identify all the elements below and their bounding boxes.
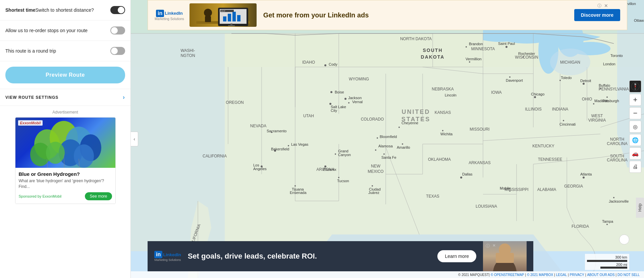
- svg-text:Toledo: Toledo: [561, 76, 572, 80]
- svg-text:Mobile: Mobile: [500, 186, 511, 190]
- svg-text:Phoenix: Phoenix: [323, 167, 336, 171]
- toggle-shortest-time[interactable]: [110, 6, 125, 14]
- privacy-link[interactable]: PRIVACY: [570, 273, 584, 277]
- print-button[interactable]: 🖨: [629, 161, 641, 173]
- svg-point-159: [523, 56, 524, 58]
- ad-cta-button[interactable]: See more: [85, 192, 112, 200]
- svg-point-134: [375, 149, 376, 151]
- svg-text:Detroit: Detroit: [580, 79, 591, 83]
- svg-rect-189: [205, 16, 211, 22]
- svg-point-157: [505, 46, 507, 48]
- map-area[interactable]: OREGON IDAHO WYOMING NEVADA UTAH COLORAD…: [131, 0, 644, 278]
- bottom-ad-close-icon[interactable]: ✕: [492, 243, 496, 248]
- svg-text:VIRGINIA: VIRGINIA: [588, 118, 606, 123]
- svg-text:Chicago: Chicago: [531, 92, 544, 96]
- bottom-ad-info-icon[interactable]: ⓘ: [486, 243, 490, 249]
- collapse-panel-handle[interactable]: ‹: [131, 132, 138, 146]
- zoom-out-button[interactable]: −: [629, 107, 641, 119]
- ad-footer: Sponsored by ExxonMobil See more: [19, 192, 112, 200]
- copyright-mapquest: © 2021 MAPQUEST: [458, 273, 489, 277]
- svg-text:NGTON: NGTON: [180, 53, 195, 58]
- svg-text:Bakersfield: Bakersfield: [271, 147, 289, 151]
- help-button[interactable]: Help: [636, 198, 644, 218]
- toggle-knob: [111, 48, 118, 54]
- scale-bar: 300 km 200 mi: [585, 254, 629, 270]
- zoom-in-button[interactable]: +: [629, 94, 641, 106]
- svg-rect-193: [228, 14, 231, 21]
- svg-text:Jackson: Jackson: [348, 96, 362, 100]
- svg-text:OREGON: OREGON: [226, 100, 244, 105]
- bottom-ad-learn-button[interactable]: Learn more: [437, 250, 476, 262]
- toggle-knob: [111, 27, 118, 34]
- top-linkedin-ad: in LinkedIn Marketing Solutions: [148, 0, 627, 30]
- do-not-sell-link[interactable]: DO NOT SELL: [618, 273, 640, 277]
- svg-point-179: [583, 177, 585, 179]
- toggle-reorder[interactable]: [110, 26, 125, 34]
- svg-text:WYOMING: WYOMING: [349, 77, 369, 81]
- svg-text:Cincinnati: Cincinnati: [559, 122, 576, 126]
- svg-text:N: N: [634, 83, 636, 85]
- ad-image: ExxonMobil: [15, 118, 115, 168]
- top-ad-info-icon[interactable]: ⓘ: [597, 3, 601, 9]
- svg-text:WASHI-: WASHI-: [181, 48, 195, 53]
- top-ad-subtext: Marketing Solutions: [155, 17, 184, 21]
- about-ads-link[interactable]: ABOUT OUR ADS: [587, 273, 614, 277]
- collapse-icon: ‹: [133, 136, 135, 142]
- svg-rect-192: [223, 16, 226, 21]
- svg-text:Dallas: Dallas: [462, 172, 473, 176]
- legal-link[interactable]: LEGAL: [556, 273, 567, 277]
- svg-text:Wichita: Wichita: [440, 132, 453, 136]
- svg-point-136: [377, 137, 378, 139]
- svg-point-6: [46, 142, 65, 164]
- svg-point-181: [613, 197, 614, 198]
- svg-text:Lincoln: Lincoln: [445, 93, 457, 97]
- svg-text:London: London: [603, 62, 615, 66]
- ad-label: Advertisement: [52, 110, 78, 115]
- view-route-settings[interactable]: VIEW ROUTE SETTINGS ›: [0, 89, 130, 106]
- mapbox-link[interactable]: © 2021 MAPBOX: [527, 273, 553, 277]
- svg-text:ILLINOIS: ILLINOIS: [525, 107, 541, 112]
- compass-button[interactable]: N ▼: [629, 80, 641, 92]
- svg-text:Boise: Boise: [335, 90, 344, 94]
- ad-title: Blue or Green Hydrogen?: [19, 171, 112, 177]
- svg-text:Juárez: Juárez: [368, 191, 380, 195]
- location-button[interactable]: ◎: [629, 121, 641, 133]
- map-footer: © 2021 MAPQUEST | © OPENSTREETMAP | © 20…: [131, 271, 644, 278]
- top-ad-discover-button[interactable]: Discover more: [574, 9, 620, 21]
- svg-point-183: [606, 224, 608, 225]
- svg-point-188: [204, 9, 212, 17]
- svg-text:Vermillion: Vermillion: [466, 57, 482, 61]
- scale-mi: 200 mi: [616, 263, 627, 267]
- svg-point-177: [509, 190, 511, 192]
- svg-text:Las Vegas: Las Vegas: [291, 142, 309, 146]
- top-ad-text: Get more from your LinkedIn ads: [263, 11, 568, 19]
- svg-text:SOUTH: SOUTH: [423, 48, 443, 53]
- ad-content: Blue or Green Hydrogen? What are 'blue h…: [15, 168, 115, 204]
- svg-point-151: [460, 177, 462, 179]
- openstreetmap-link[interactable]: © OPENSTREETMAP: [491, 273, 524, 277]
- top-ad-close-icon[interactable]: ✕: [604, 3, 608, 8]
- chevron-right-icon: ›: [123, 94, 125, 101]
- ad-desc: What are 'blue hydrogen' and 'green hydr…: [19, 178, 112, 190]
- svg-text:OKLAHOMA: OKLAHOMA: [428, 157, 451, 162]
- svg-text:NEVADA: NEVADA: [250, 124, 266, 128]
- svg-text:Davenport: Davenport: [506, 78, 523, 82]
- svg-text:Saint Paul: Saint Paul: [498, 42, 515, 46]
- monitor-svg: 10:37: [193, 4, 253, 26]
- svg-text:Toronto: Toronto: [610, 54, 623, 58]
- svg-point-104: [330, 91, 332, 93]
- svg-point-113: [348, 102, 350, 103]
- compass-icon: N ▼: [631, 82, 640, 91]
- linkedin-in-logo: in: [156, 10, 164, 17]
- svg-text:Cody: Cody: [329, 62, 337, 66]
- car-button[interactable]: 🚗: [629, 147, 641, 159]
- toggle-row-reorder: Allow us to re-order stops on your route: [0, 20, 130, 41]
- preview-route-button[interactable]: Preview Route: [5, 67, 125, 83]
- svg-text:Vernal: Vernal: [352, 100, 363, 104]
- svg-text:Rochester: Rochester: [518, 52, 535, 56]
- toggle-roundtrip[interactable]: [110, 47, 125, 55]
- globe-button[interactable]: 🌐: [629, 134, 641, 146]
- svg-text:OHIO: OHIO: [582, 97, 592, 101]
- svg-text:Sacramento: Sacramento: [267, 129, 286, 133]
- svg-text:Cheyenne: Cheyenne: [401, 121, 418, 125]
